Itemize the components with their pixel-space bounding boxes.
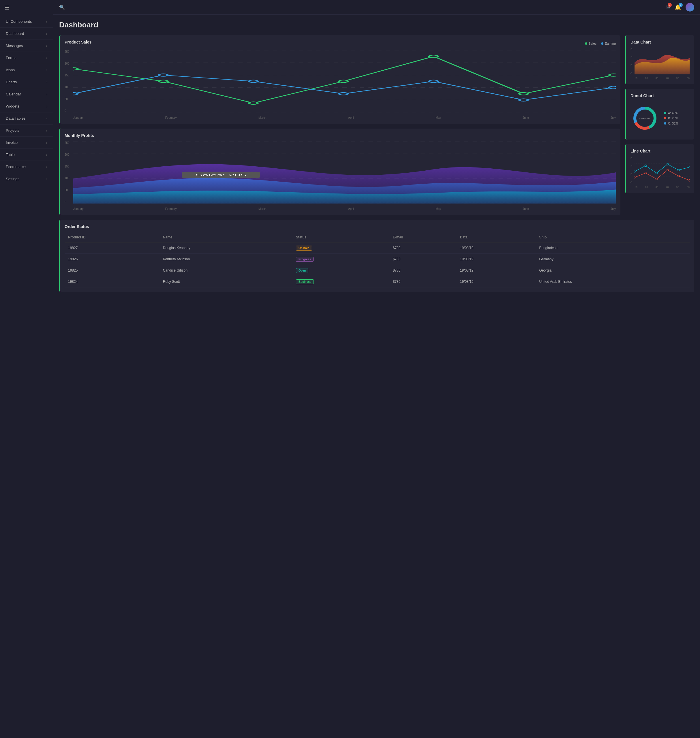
svg-point-8	[249, 102, 257, 104]
status-badge: Open	[296, 268, 309, 273]
sidebar-item-ui-components[interactable]: UI Components›	[0, 16, 53, 28]
svg-point-7	[159, 80, 168, 83]
sidebar-header: ☰	[0, 0, 53, 16]
svg-point-39	[678, 169, 679, 171]
mp-chart-plot: Sales: 205	[73, 141, 616, 204]
sidebar-item-widgets[interactable]: Widgets›	[0, 100, 53, 112]
dc-y-labels: DCBA	[631, 48, 634, 74]
sidebar-item-ecommerce[interactable]: Ecommerce›	[0, 161, 53, 173]
table-row: 19825 Candice Gibson Open $780 19/08/19 …	[65, 265, 690, 276]
donut-wrap: Order Sales A: 43%B: 25%C: 32%	[631, 101, 690, 135]
product-sales-svg	[73, 50, 616, 112]
table-header-row: Product IDNameStatusE-mailDataShip	[65, 232, 690, 242]
svg-point-37	[656, 172, 657, 174]
svg-point-15	[249, 80, 257, 83]
svg-point-10	[429, 55, 438, 58]
lc-x-labels: 102030405060	[635, 186, 690, 189]
topbar-left: 🔍	[59, 4, 65, 10]
svg-point-6	[73, 67, 78, 70]
table-header-cell: E-mail	[390, 232, 457, 242]
table-header-cell: Ship	[535, 232, 690, 242]
table-row: 19827 Douglas Kennedy On hold $780 19/08…	[65, 242, 690, 254]
product-sales-card: Product Sales Sales Earning	[59, 35, 621, 124]
sidebar-item-invoice[interactable]: Invoice›	[0, 136, 53, 149]
order-table: Product IDNameStatusE-mailDataShip 19827…	[65, 232, 690, 288]
status-badge: On hold	[296, 246, 312, 251]
table-row: 19824 Ruby Scott Business $780 19/08/19 …	[65, 276, 690, 288]
svg-point-44	[667, 169, 669, 171]
svg-point-9	[339, 80, 348, 83]
status-badge: Progress	[296, 257, 313, 262]
sidebar-item-calendar[interactable]: Calendar›	[0, 88, 53, 100]
svg-point-46	[689, 180, 690, 181]
monthly-profits-card: Monthly Profits 250200150100500 JanuaryF…	[59, 129, 621, 215]
product-sales-legend: Sales Earning	[585, 42, 616, 45]
monthly-profits-chart: 250200150100500 JanuaryFebruaryMarchApri…	[65, 141, 616, 210]
svg-point-43	[656, 178, 657, 180]
svg-point-42	[645, 172, 646, 174]
legend-earning: Earning	[601, 42, 616, 45]
y-axis: 250200150100500	[65, 50, 73, 112]
sidebar: ☰ UI Components›Dashboard›Messages›Forms…	[0, 0, 53, 738]
mail-button[interactable]: ✉ 3	[666, 4, 670, 10]
side-charts-column: Data Chart DCBA 102030405060	[625, 35, 694, 215]
content-area: Dashboard Product Sales Sales	[53, 15, 700, 738]
donut-legend-item: C: 32%	[664, 122, 678, 125]
sidebar-item-dashboard[interactable]: Dashboard›	[0, 28, 53, 40]
data-chart-area: DCBA 102030405060	[631, 48, 690, 79]
table-header-cell: Product ID	[65, 232, 159, 242]
donut-legend-item: A: 43%	[664, 111, 678, 115]
sidebar-item-table[interactable]: Table›	[0, 149, 53, 161]
donut-legend-item: B: 25%	[664, 116, 678, 120]
table-body: 19827 Douglas Kennedy On hold $780 19/08…	[65, 242, 690, 288]
mail-badge: 3	[668, 3, 672, 7]
avatar[interactable]	[685, 3, 694, 12]
line-chart-area: DCBA 102030405060	[631, 157, 690, 189]
svg-point-17	[429, 80, 438, 83]
svg-point-16	[339, 92, 348, 95]
main-content: 🔍 ✉ 3 🔔 1 Dashboard Product	[53, 0, 700, 738]
topbar: 🔍 ✉ 3 🔔 1	[53, 0, 700, 15]
svg-point-12	[609, 74, 616, 76]
svg-point-41	[635, 176, 635, 178]
table-header-cell: Data	[457, 232, 536, 242]
notification-button[interactable]: 🔔 1	[675, 4, 681, 10]
status-badge: Business	[296, 279, 314, 284]
donut-svg: Order Sales	[631, 104, 659, 133]
sidebar-item-messages[interactable]: Messages›	[0, 40, 53, 52]
sidebar-item-data-tables[interactable]: Data Tables›	[0, 112, 53, 125]
sidebar-item-projects[interactable]: Projects›	[0, 125, 53, 136]
svg-text:Order Sales: Order Sales	[640, 117, 650, 120]
table-head: Product IDNameStatusE-mailDataShip	[65, 232, 690, 242]
donut-chart-card: Donut Chart Order Sales	[625, 89, 694, 139]
sales-dot	[585, 43, 587, 45]
product-sales-title: Product Sales	[65, 40, 91, 44]
main-charts-column: Product Sales Sales Earning	[59, 35, 621, 215]
donut-chart-title: Donut Chart	[631, 93, 690, 98]
table-header-cell: Status	[293, 232, 390, 242]
sidebar-item-forms[interactable]: Forms›	[0, 52, 53, 64]
x-axis: JanuaryFebruaryMarchAprilMayJuneJuly	[73, 116, 616, 119]
topbar-right: ✉ 3 🔔 1	[666, 3, 694, 12]
charts-row: Product Sales Sales Earning	[59, 35, 694, 215]
hamburger-icon[interactable]: ☰	[4, 4, 9, 11]
earning-dot	[601, 43, 603, 45]
order-status-title: Order Status	[65, 224, 690, 229]
svg-point-18	[519, 98, 528, 101]
monthly-profits-svg: Sales: 205	[73, 141, 616, 204]
svg-text:Sales: 205: Sales: 205	[195, 173, 247, 177]
mp-y-axis: 250200150100500	[65, 141, 73, 204]
svg-point-19	[609, 86, 616, 89]
line-chart-card: Line Chart DCBA 102030405060	[625, 144, 694, 193]
svg-point-35	[635, 171, 635, 172]
sidebar-item-icons[interactable]: Icons›	[0, 64, 53, 76]
sidebar-item-charts[interactable]: Charts›	[0, 76, 53, 88]
page-title: Dashboard	[59, 21, 694, 29]
table-row: 19826 Kenneth Atkinson Progress $780 19/…	[65, 254, 690, 265]
donut-labels: A: 43%B: 25%C: 32%	[664, 111, 678, 125]
data-chart-title: Data Chart	[631, 40, 690, 44]
sidebar-item-settings[interactable]: Settings›	[0, 173, 53, 185]
lc-y-labels: DCBA	[631, 157, 634, 183]
order-status-card: Order Status Product IDNameStatusE-mailD…	[59, 220, 694, 292]
search-icon[interactable]: 🔍	[59, 4, 65, 10]
